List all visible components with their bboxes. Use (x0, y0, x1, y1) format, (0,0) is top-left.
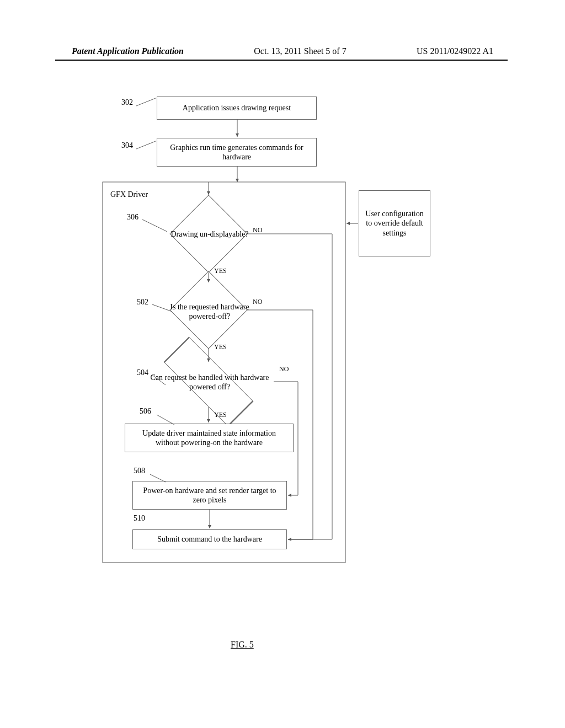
process-304-text: Graphics run time generates commands for… (162, 143, 312, 162)
branch-306-yes: YES (214, 267, 227, 275)
user-config-box: User configuration to override default s… (359, 190, 430, 256)
decision-504: Can request be handled with hardware pow… (149, 368, 270, 396)
ref-506: 506 (140, 407, 151, 416)
process-302: Application issues drawing request (157, 97, 317, 120)
process-302-text: Application issues drawing request (183, 103, 291, 113)
ref-306: 306 (127, 213, 138, 222)
process-508: Power-on hardware and set render target … (132, 481, 287, 510)
process-510: Submit command to the hardware (132, 529, 287, 549)
decision-306: Drawing un-displayable? (168, 212, 251, 256)
branch-502-yes: YES (214, 343, 227, 351)
decision-502-text: Is the requested hardware powered-off? (166, 302, 254, 322)
user-config-text: User configuration to override default s… (364, 209, 425, 238)
gfx-driver-label: GFX Driver (110, 190, 148, 199)
decision-504-text: Can request be handled with hardware pow… (149, 373, 270, 392)
ref-510: 510 (134, 514, 145, 523)
process-508-text: Power-on hardware and set render target … (137, 486, 282, 505)
ref-508: 508 (134, 467, 145, 475)
ref-302: 302 (121, 98, 133, 107)
branch-502-no: NO (253, 298, 262, 306)
process-506: Update driver maintained state informati… (125, 424, 294, 452)
ref-502: 502 (137, 298, 148, 307)
ref-504: 504 (137, 368, 148, 377)
process-510-text: Submit command to the hardware (157, 534, 262, 544)
branch-306-no: NO (253, 226, 262, 234)
decision-502: Is the requested hardware powered-off? (166, 292, 254, 331)
diagram-canvas: 302 304 306 502 504 506 508 510 Applicat… (0, 0, 565, 728)
ref-304: 304 (121, 141, 133, 150)
branch-504-no: NO (279, 365, 289, 373)
decision-306-text: Drawing un-displayable? (170, 229, 248, 239)
branch-504-yes: YES (214, 411, 227, 419)
process-506-text: Update driver maintained state informati… (130, 429, 289, 448)
figure-caption: FIG. 5 (231, 640, 254, 650)
process-304: Graphics run time generates commands for… (157, 138, 317, 167)
